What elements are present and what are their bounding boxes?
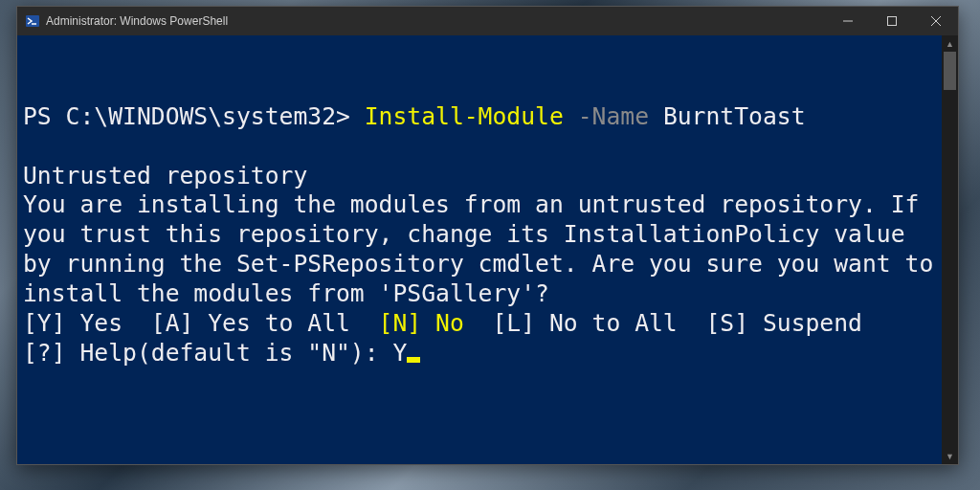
scroll-thumb[interactable] [944, 52, 956, 90]
text-cursor [407, 357, 420, 363]
param-flag: -Name [578, 102, 649, 130]
terminal-area: PS C:\WINDOWS\system32> Install-Module -… [17, 35, 958, 464]
command-line: PS C:\WINDOWS\system32> Install-Module -… [23, 102, 936, 132]
scroll-down-button[interactable]: ▼ [942, 448, 958, 464]
help-prompt: [?] Help(default is "N"): [23, 339, 392, 367]
powershell-window: Administrator: Windows PowerShell PS C:\… [16, 6, 959, 465]
prompt-text: PS C:\WINDOWS\system32> [23, 102, 365, 130]
close-button[interactable] [914, 7, 958, 35]
warning-title: Untrusted repository [23, 162, 936, 191]
vertical-scrollbar[interactable]: ▲ ▼ [942, 35, 958, 464]
terminal-output[interactable]: PS C:\WINDOWS\system32> Install-Module -… [17, 35, 942, 464]
options-pre: [Y] Yes [A] Yes to All [23, 309, 379, 337]
cmdlet-name: Install-Module [365, 102, 564, 130]
titlebar[interactable]: Administrator: Windows PowerShell [17, 7, 958, 35]
window-title: Administrator: Windows PowerShell [46, 14, 228, 28]
maximize-button[interactable] [870, 7, 914, 35]
param-value: BurntToast [663, 102, 806, 130]
options-line-1: [Y] Yes [A] Yes to All [N] No [L] No to … [23, 309, 936, 339]
minimize-button[interactable] [826, 7, 870, 35]
scroll-up-button[interactable]: ▲ [942, 35, 958, 52]
options-default-no: [N] No [379, 309, 464, 337]
blank-line [23, 132, 936, 162]
powershell-icon [25, 13, 40, 29]
user-typed-input: Y [392, 339, 407, 367]
blank-line-top2 [23, 73, 936, 102]
options-line-2: [?] Help(default is "N"): Y [23, 339, 936, 368]
warning-body: You are installing the modules from an u… [23, 190, 936, 309]
options-post: [L] No to All [S] Suspend [464, 309, 877, 337]
svg-rect-3 [888, 17, 897, 26]
blank-line-top [23, 43, 936, 73]
scroll-track[interactable] [942, 52, 958, 448]
